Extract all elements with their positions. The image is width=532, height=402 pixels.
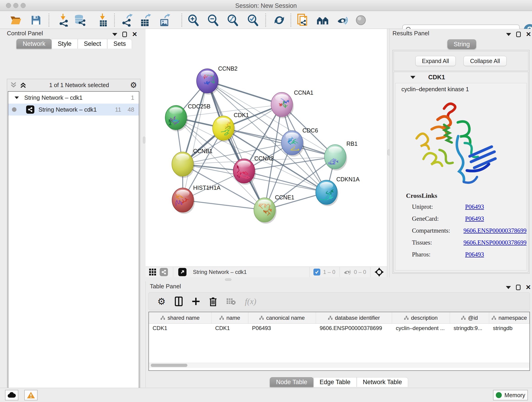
section-collapse-icon[interactable]	[410, 76, 415, 79]
copy-network-icon[interactable]	[297, 14, 309, 26]
function-builder-icon[interactable]: f(x)	[245, 297, 256, 306]
export-image-icon[interactable]	[158, 14, 171, 26]
panel-float-icon[interactable]	[516, 32, 521, 37]
network-collection-row[interactable]: String Network – cdk1 1	[8, 92, 139, 104]
expand-all-icon[interactable]	[20, 82, 28, 89]
table-cell[interactable]: cyclin–dependent ...	[392, 325, 450, 332]
column-header-canonical-name[interactable]: canonical name	[248, 312, 316, 323]
column-header-database-identifier[interactable]: database identifier	[316, 312, 392, 323]
show-all-icon[interactable]	[355, 14, 367, 26]
open-file-icon[interactable]	[10, 14, 22, 26]
first-neighbors-icon[interactable]	[317, 14, 329, 26]
tab-select[interactable]: Select	[78, 39, 107, 49]
column-header-description[interactable]: description	[392, 312, 450, 323]
table-row[interactable]: CDK1CDK1P064939606.ENSP00000378699cyclin…	[149, 324, 530, 333]
column-header-shared-name[interactable]: shared name	[149, 312, 211, 323]
node-CCNE1[interactable]	[254, 198, 277, 224]
collapse-all-button[interactable]: Collapse All	[463, 56, 507, 66]
hide-selected-icon[interactable]	[337, 14, 349, 26]
cloud-icon	[7, 392, 16, 398]
import-table-icon[interactable]	[96, 14, 109, 26]
table-cell[interactable]: stringdb:9...	[450, 325, 489, 332]
edge-CDK1-RB1[interactable]	[223, 128, 335, 157]
selected-nodes-checkbox[interactable]	[313, 269, 320, 275]
import-network-file-icon[interactable]	[57, 14, 69, 26]
tab-network[interactable]: Network	[17, 39, 51, 49]
tab-node-table[interactable]: Node Table	[270, 377, 313, 387]
panel-float-icon[interactable]	[122, 32, 127, 37]
grid-view-icon[interactable]	[149, 268, 157, 276]
column-header-id[interactable]: @id	[450, 312, 489, 323]
network-icon[interactable]	[160, 268, 168, 276]
table-cell[interactable]: P06493	[248, 325, 316, 332]
memory-button[interactable]: Memory	[493, 390, 528, 400]
birds-eye-view-icon[interactable]	[178, 268, 186, 276]
import-network-database-icon[interactable]	[74, 14, 86, 26]
hidden-eye-icon[interactable]	[343, 269, 352, 275]
tab-sets[interactable]: Sets	[107, 39, 132, 49]
delete-table-icon[interactable]	[226, 298, 236, 305]
tab-edge-table[interactable]: Edge Table	[313, 377, 357, 387]
edge-CCNB2-HIST1H1A[interactable]	[183, 81, 207, 200]
scrollbar-thumb[interactable]	[151, 364, 187, 367]
add-column-icon[interactable]	[192, 297, 200, 306]
panel-close-icon[interactable]: ✕	[526, 285, 531, 290]
node-HIST1H1A[interactable]	[172, 188, 195, 214]
crosslink-link[interactable]: P06493	[465, 251, 484, 258]
node-CDC25B[interactable]	[165, 105, 188, 131]
panel-close-icon[interactable]: ✕	[526, 32, 531, 37]
tree-expand-icon[interactable]	[15, 96, 19, 99]
delete-column-icon[interactable]	[209, 297, 217, 306]
gene-description: cyclin–dependent kinase 1	[395, 83, 526, 93]
network-row[interactable]: String Network – cdk1 11 48	[8, 104, 139, 115]
edge-HIST1H1A-CCNE1[interactable]	[183, 200, 265, 210]
zoom-out-icon[interactable]	[207, 14, 219, 26]
node-CCNB2[interactable]	[196, 69, 219, 95]
crosslink-link[interactable]: P06493	[465, 203, 484, 211]
table-cell[interactable]: 9606.ENSP00000378699	[316, 325, 392, 332]
bottom-splitter-handle[interactable]	[225, 279, 231, 281]
crosslink-link[interactable]: 9606.ENSP00000378699	[463, 239, 526, 246]
table-cell[interactable]: CDK1	[211, 325, 248, 332]
zoom-selected-icon[interactable]	[247, 14, 259, 26]
zoom-in-icon[interactable]	[187, 14, 199, 26]
panel-menu-icon[interactable]	[506, 286, 511, 289]
collapse-all-icon[interactable]	[10, 82, 19, 89]
gear-icon[interactable]: ⚙	[130, 81, 137, 89]
refresh-layout-icon[interactable]	[273, 14, 285, 26]
window-titlebar: Session: New Session	[0, 0, 532, 11]
node-CDKN1A[interactable]	[316, 180, 338, 206]
table-horizontal-scrollbar[interactable]	[149, 363, 530, 368]
crosslink-link[interactable]: P06493	[465, 215, 484, 222]
table-settings-icon[interactable]: ⚙	[157, 298, 166, 305]
tab-style[interactable]: Style	[51, 39, 78, 49]
show-columns-icon[interactable]	[175, 297, 183, 306]
panel-close-icon[interactable]: ✕	[132, 32, 137, 37]
table-cell[interactable]: stringdb	[489, 325, 530, 332]
save-session-icon[interactable]	[30, 14, 42, 26]
node-CCNA1[interactable]	[271, 92, 294, 118]
tab-string[interactable]: String	[447, 39, 476, 49]
column-header-name[interactable]: name	[211, 312, 248, 323]
node-RB1[interactable]	[324, 145, 347, 171]
table-cell[interactable]: CDK1	[149, 325, 211, 332]
fit-selected-icon[interactable]	[375, 268, 384, 277]
cloud-button[interactable]	[5, 390, 18, 400]
panel-float-icon[interactable]	[516, 285, 520, 290]
column-header-namespace[interactable]: namespace	[489, 312, 530, 323]
export-network-icon[interactable]	[121, 14, 134, 26]
node-table: shared namenamecanonical namedatabase id…	[148, 312, 530, 371]
warning-button[interactable]	[24, 390, 38, 400]
expand-all-button[interactable]: Expand All	[415, 56, 456, 66]
node-CDC6[interactable]	[281, 131, 304, 157]
left-splitter-handle[interactable]	[143, 137, 145, 143]
node-CDK1[interactable]	[213, 116, 235, 142]
zoom-fit-icon[interactable]	[226, 14, 239, 26]
network-canvas[interactable]: CCNB2CCNA1CDC25BCDK1CDC6RB1CCNB1CCNA2CDK…	[146, 29, 387, 267]
panel-menu-icon[interactable]	[506, 33, 511, 36]
network-node-count: 11	[115, 106, 121, 113]
tab-network-table[interactable]: Network Table	[357, 377, 408, 387]
panel-menu-icon[interactable]	[112, 33, 117, 36]
export-table-icon[interactable]	[139, 14, 152, 26]
crosslink-link[interactable]: 9606.ENSP00000378699	[463, 227, 526, 234]
